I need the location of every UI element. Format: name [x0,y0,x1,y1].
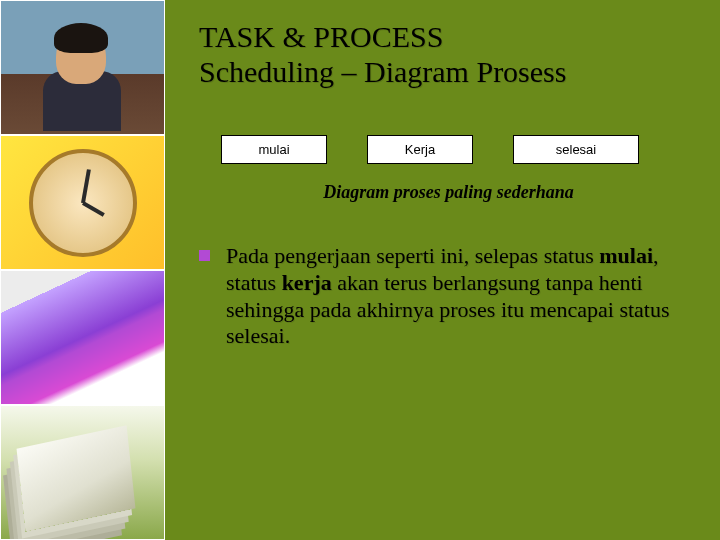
thumb-paper-stack [0,405,165,540]
slide: TASK & PROCESS Scheduling – Diagram Pros… [0,0,720,540]
process-flow-diagram: mulai Kerja selesai [221,135,690,164]
bullet-item: Pada pengerjaan seperti ini, selepas sta… [199,243,690,350]
thumb-clock [0,135,165,270]
bullet-bold-kerja: kerja [282,270,332,295]
bullet-bold-mulai: mulai [599,243,653,268]
sidebar-thumbnails [0,0,165,540]
title-line-1: TASK & PROCESS [199,20,443,53]
diagram-caption: Diagram proses paling sederhana [207,182,690,203]
bullet-text: Pada pengerjaan seperti ini, selepas sta… [226,243,690,350]
flow-box-finish: selesai [513,135,639,164]
bullet-part-pre: Pada pengerjaan seperti ini, selepas sta… [226,243,599,268]
flow-box-start: mulai [221,135,327,164]
slide-content: TASK & PROCESS Scheduling – Diagram Pros… [165,0,720,540]
thumb-person-photo [0,0,165,135]
thumb-abstract-purple [0,270,165,405]
flow-box-work: Kerja [367,135,473,164]
slide-title: TASK & PROCESS Scheduling – Diagram Pros… [199,20,690,89]
bullet-square-icon [199,250,210,261]
clock-icon [29,149,137,257]
title-line-2: Scheduling – Diagram Prosess [199,55,566,88]
